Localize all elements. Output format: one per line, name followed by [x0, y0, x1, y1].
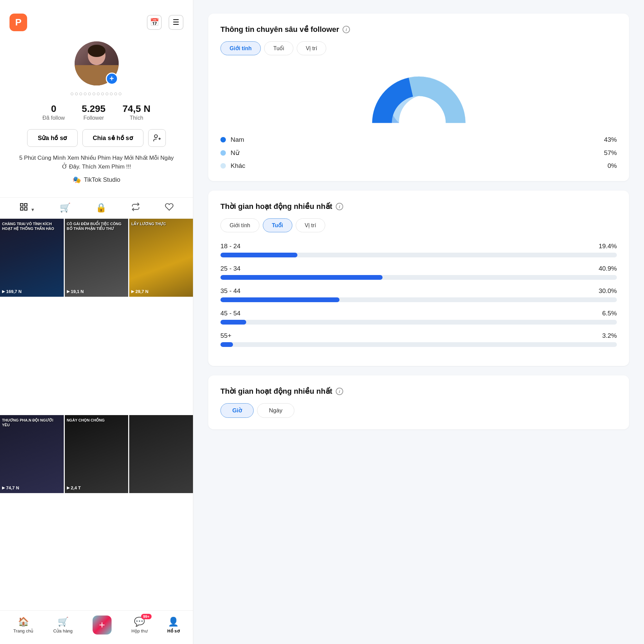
tab-gioi-tinh[interactable]: Giới tính	[220, 41, 261, 55]
svg-rect-7	[20, 203, 23, 206]
svg-point-3	[85, 65, 108, 82]
donut-chart	[365, 65, 473, 126]
tab-cart-icon[interactable]: 🛒	[60, 202, 71, 214]
tab-favorite-icon[interactable]	[165, 202, 174, 214]
studio-icon: 🎭	[73, 176, 81, 184]
legend-khac: Khác 0%	[220, 162, 617, 170]
video-grid: CHÀNG TRAI VÔ TÌNH KÍCH HOẠT HỆ THỐNG TH…	[0, 219, 193, 610]
shop-icon: 🛒	[58, 617, 69, 627]
video-thumb-3[interactable]: LẤY LƯƠNG THỰC ▶29,7 N	[129, 219, 193, 297]
tab-lock-icon[interactable]: 🔒	[96, 202, 106, 214]
active-time-title-2: Thời gian hoạt động nhiều nhất i	[220, 387, 617, 396]
active-time-info-icon-2[interactable]: i	[336, 388, 343, 395]
tab-tuoi-2[interactable]: Tuổi	[263, 218, 292, 232]
age-pct-55: 3.2%	[602, 332, 617, 339]
edit-profile-button[interactable]: Sửa hồ sơ	[27, 129, 77, 147]
tab-ngay[interactable]: Ngày	[257, 403, 294, 418]
legend-nam: Nam 43%	[220, 136, 617, 143]
khac-dot	[220, 163, 226, 169]
svg-point-1	[84, 67, 110, 85]
nam-dot	[220, 137, 226, 142]
likes-label: Thích	[130, 115, 143, 121]
inbox-badge: 99+	[141, 614, 152, 619]
tab-tuoi[interactable]: Tuổi	[264, 41, 293, 55]
bottom-nav: 🏠 Trang chủ 🛒 Cửa hàng + 💬 99+ Hộp thư 👤…	[0, 610, 193, 644]
right-panel: Thông tin chuyên sâu về follower i Giới …	[193, 0, 644, 644]
stats-row: 0 Đã follow 5.295 Follower 74,5 N Thích	[42, 103, 150, 121]
app-logo: P	[9, 14, 27, 31]
active-time-card-2: Thời gian hoạt động nhiều nhất i Giờ Ngà…	[208, 375, 629, 429]
tab-vi-tri[interactable]: Vị trí	[297, 41, 326, 55]
home-icon: 🏠	[18, 617, 29, 627]
age-pct-25-34: 40.9%	[599, 265, 617, 272]
tab-vi-tri-2[interactable]: Vị trí	[296, 218, 325, 232]
top-bar: P 📅 ☰	[0, 0, 193, 38]
tab-gioi-tinh-2[interactable]: Giới tính	[220, 218, 259, 232]
legend-nu: Nữ 57%	[220, 149, 617, 157]
svg-rect-9	[20, 208, 23, 210]
add-friend-button[interactable]	[148, 129, 166, 147]
video-count-4: ▶74,7 N	[2, 485, 19, 490]
nam-pct: 43%	[604, 136, 617, 143]
avatar-wrapper: +	[75, 41, 119, 85]
age-label-45-54: 45 - 54	[220, 310, 240, 317]
age-row-18-24: 18 - 24 19.4%	[220, 242, 617, 257]
age-row-55: 55+ 3.2%	[220, 332, 617, 347]
nav-home[interactable]: 🏠 Trang chủ	[13, 617, 33, 633]
donut-chart-container	[220, 65, 617, 126]
tiktok-studio-link[interactable]: 🎭 TikTok Studio	[73, 176, 120, 184]
stat-follower: 5.295 Follower	[82, 103, 105, 121]
svg-point-4	[154, 135, 157, 138]
video-thumb-4[interactable]: THUƠNG PHA.N ĐỘI NGƯỜI YÊU ▶74,7 N	[0, 415, 64, 493]
username: ○○○○○○○○○○○○	[70, 90, 122, 97]
age-label-18-24: 18 - 24	[220, 242, 240, 250]
video-thumb-2[interactable]: CÔ GÁI ĐÊM BUỔI TIỆC CÔNG BỐ THÂN PHẬN T…	[65, 219, 129, 297]
nav-profile[interactable]: 👤 Hồ sơ	[167, 617, 179, 633]
tab-repost-icon[interactable]	[131, 202, 140, 214]
video-count-1: ▶169,7 N	[2, 289, 22, 294]
age-pct-35-44: 30.0%	[599, 287, 617, 295]
stat-likes: 74,5 N Thích	[122, 103, 151, 121]
top-icons: 📅 ☰	[147, 15, 183, 30]
nav-shop[interactable]: 🛒 Cửa hàng	[53, 617, 73, 633]
tab-grid-icon[interactable]: ▼	[19, 202, 35, 214]
follower-insights-title: Thông tin chuyên sâu về follower i	[220, 25, 617, 34]
create-button[interactable]: +	[93, 616, 112, 635]
likes-count: 74,5 N	[122, 103, 151, 114]
tab-gio[interactable]: Giờ	[220, 403, 254, 418]
video-thumb-1[interactable]: CHÀNG TRAI VÔ TÌNH KÍCH HOẠT HỆ THỐNG TH…	[0, 219, 64, 297]
studio-label: TikTok Studio	[84, 176, 120, 183]
content-tabs: ▼ 🛒 🔒	[0, 197, 193, 219]
follower-info-icon[interactable]: i	[343, 26, 350, 33]
video-count-3: ▶29,7 N	[131, 289, 148, 294]
nav-inbox[interactable]: 💬 99+ Hộp thư	[132, 617, 148, 633]
age-filter-tabs: Giới tính Tuổi Vị trí	[220, 218, 617, 232]
menu-icon[interactable]: ☰	[169, 15, 183, 30]
age-label-35-44: 35 - 44	[220, 287, 240, 295]
add-avatar-button[interactable]: +	[106, 73, 118, 85]
share-profile-button[interactable]: Chia sẻ hồ sơ	[82, 129, 143, 147]
video-thumb-6[interactable]	[129, 415, 193, 493]
profile-section: + ○○○○○○○○○○○○ 0 Đã follow 5.295 Followe…	[0, 38, 193, 197]
video-count-5: ▶2,4 T	[67, 485, 81, 490]
age-pct-18-24: 19.4%	[599, 242, 617, 250]
video-title-5: NGÀY CHỌN CHỒNG	[67, 418, 126, 423]
age-label-25-34: 25 - 34	[220, 265, 240, 272]
age-row-25-34: 25 - 34 40.9%	[220, 265, 617, 280]
nu-dot	[220, 150, 226, 156]
video-title-1: CHÀNG TRAI VÔ TÌNH KÍCH HOẠT HỆ THỐNG TH…	[2, 221, 62, 231]
calendar-icon[interactable]: 📅	[147, 15, 162, 30]
active-time-info-icon[interactable]: i	[336, 203, 343, 210]
svg-point-2	[88, 45, 105, 57]
follower-insights-card: Thông tin chuyên sâu về follower i Giới …	[208, 14, 629, 181]
svg-rect-8	[24, 203, 27, 206]
video-thumb-5[interactable]: NGÀY CHỌN CHỒNG ▶2,4 T	[65, 415, 129, 493]
nav-inbox-label: Hộp thư	[132, 628, 148, 633]
khac-pct: 0%	[608, 162, 617, 170]
age-bars: 18 - 24 19.4% 25 - 34 40.9% 35 - 44 30.0…	[220, 242, 617, 347]
nav-create[interactable]: +	[93, 616, 112, 635]
stat-follow: 0 Đã follow	[42, 103, 65, 121]
follower-count: 5.295	[82, 103, 105, 114]
video-title-4: THUƠNG PHA.N ĐỘI NGƯỜI YÊU	[2, 418, 62, 428]
nav-shop-label: Cửa hàng	[53, 628, 73, 633]
